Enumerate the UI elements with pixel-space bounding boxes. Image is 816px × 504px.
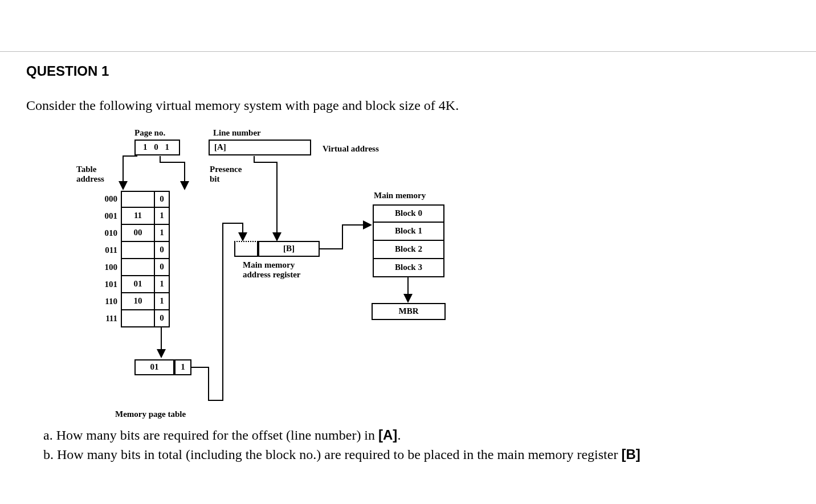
page-table-addr: 010 [100,225,121,242]
questions: a. How many bits are required for the of… [26,425,790,465]
main-memory-blocks: Block 0Block 1Block 2Block 3 [373,204,444,277]
page-table-addr: 011 [100,242,121,259]
page-table-row: 1000 [100,259,170,276]
label: Presence bit [210,165,242,184]
page-table-val [121,259,155,276]
page-table-val: 11 [121,208,155,225]
page-table-val [121,242,155,259]
page-table-val: 01 [121,276,155,293]
page-table-bit: 1 [155,225,170,242]
page-table-bit: 1 [155,276,170,293]
diagram: Page no. Line number Virtual address 1 0… [60,129,488,425]
page-no-box: 1 0 1 [134,140,180,155]
question-a-bold: [A] [378,427,397,442]
label: Line number [213,128,261,138]
question-b-bold: [B] [621,446,640,462]
selected-entry-bit: 1 [174,359,191,375]
memory-block: Block 3 [373,259,444,277]
page-table-row: 0110 [100,242,170,259]
page-table-row: 101011 [100,276,170,293]
page-table-bit: 0 [155,191,170,208]
page-table-val [121,191,155,208]
page-table-val [121,310,155,327]
page-table-addr: 101 [100,276,121,293]
page-table-val: 00 [121,225,155,242]
page-table-addr: 111 [100,310,121,327]
mar-b-box: [B] [258,241,320,257]
line-number-box-a: [A] [209,140,311,155]
question-a-end: . [397,428,401,442]
mar-block-part [234,241,258,257]
page-table-row: 1110 [100,310,170,327]
page-table-bit: 1 [155,293,170,310]
question-title: QUESTION 1 [26,63,790,79]
page-table-bit: 0 [155,259,170,276]
page-table-addr: 001 [100,208,121,225]
page-table-addr: 000 [100,191,121,208]
slot-a-label: [A] [214,142,226,152]
page-table-val: 10 [121,293,155,310]
page-table-addr: 110 [100,293,121,310]
question-a: a. How many bits are required for the of… [43,428,378,442]
mbr-box: MBR [372,303,446,320]
page-table-row: 010001 [100,225,170,242]
label: Main memory [374,191,426,200]
memory-block: Block 0 [373,204,444,223]
label: Memory page table [115,409,186,419]
label: Page no. [134,128,165,138]
page-table-row: 0000 [100,191,170,208]
prompt-text: Consider the following virtual memory sy… [26,96,790,116]
label: Virtual address [323,144,379,154]
page-table-bit: 0 [155,310,170,327]
question-b: b. How many bits in total (including the… [43,447,621,462]
memory-block: Block 2 [373,241,444,259]
selected-entry-val: 01 [134,359,174,375]
slot-b-label: [B] [283,244,295,253]
page-table-row: 001111 [100,208,170,225]
page-table-bit: 0 [155,242,170,259]
page-table-bit: 1 [155,208,170,225]
memory-block: Block 1 [373,223,444,241]
label: Table address [76,165,104,184]
page-table-row: 110101 [100,293,170,310]
label: Main memory address register [243,260,301,280]
page-table-addr: 100 [100,259,121,276]
